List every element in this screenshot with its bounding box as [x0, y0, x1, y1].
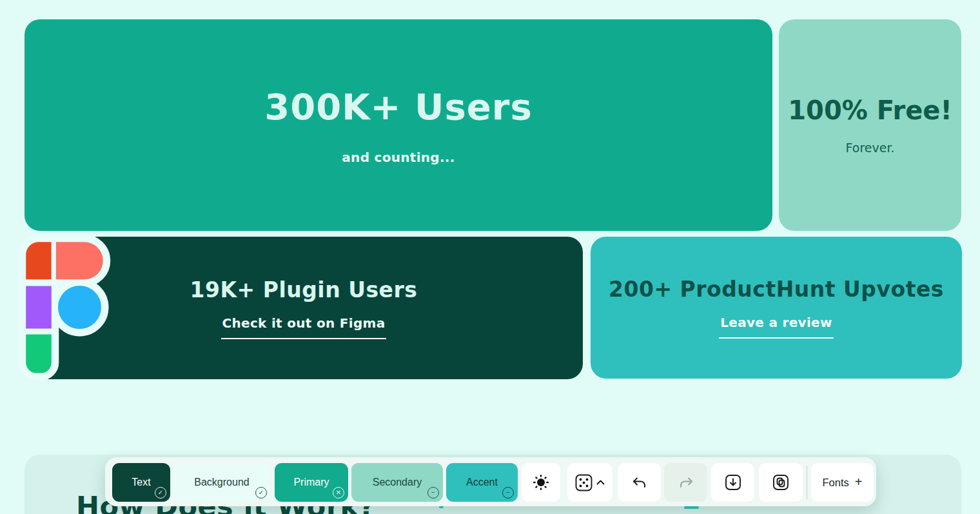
minus-circle-icon: − — [427, 487, 439, 499]
figma-purple-shape — [24, 284, 54, 331]
free-title: 100% Free! — [788, 95, 952, 125]
plus-icon: + — [855, 475, 863, 489]
background-color-button[interactable]: Background ✓ — [173, 463, 271, 502]
figma-orange-shape — [24, 240, 54, 282]
figma-green-shape — [24, 332, 54, 375]
chevron-up-icon — [596, 480, 605, 485]
undo-arrow-icon — [632, 477, 647, 488]
export-button[interactable] — [711, 463, 754, 502]
figma-logo-icon — [19, 233, 122, 386]
primary-color-label: Primary — [293, 477, 329, 488]
content-peek-dash — [684, 506, 699, 509]
redo-arrow-icon — [679, 477, 693, 488]
stat-card-free: 100% Free! Forever. — [779, 19, 961, 231]
undo-button[interactable] — [618, 463, 661, 502]
sun-icon — [533, 474, 549, 491]
figma-blue-circle — [56, 284, 104, 331]
stat-card-producthunt: 200+ ProductHunt Upvotes Leave a review — [591, 237, 962, 379]
copy-link-button[interactable] — [759, 463, 803, 502]
secondary-color-button[interactable]: Secondary − — [351, 463, 443, 502]
users-count-title: 300K+ Users — [264, 86, 532, 128]
figma-plugin-link[interactable]: Check it out on Figma — [221, 315, 387, 339]
background-color-label: Background — [194, 477, 249, 488]
fonts-label: Fonts — [823, 477, 849, 489]
accent-color-button[interactable]: Accent − — [446, 463, 518, 502]
figma-salmon-shape — [54, 240, 105, 282]
text-color-button[interactable]: Text ✓ — [112, 463, 170, 502]
redo-button[interactable] — [664, 463, 707, 502]
fonts-button[interactable]: Fonts + — [811, 463, 874, 502]
toolbar-divider — [807, 466, 807, 499]
x-circle-icon: ✕ — [333, 487, 344, 499]
minus-circle-icon: − — [502, 487, 514, 499]
leave-review-link[interactable]: Leave a review — [719, 315, 833, 339]
dice-icon — [575, 474, 593, 491]
users-count-subtitle: and counting... — [342, 150, 455, 165]
theme-brightness-button[interactable] — [522, 463, 560, 502]
randomize-colors-button[interactable] — [567, 463, 612, 502]
producthunt-title: 200+ ProductHunt Upvotes — [609, 277, 944, 302]
text-color-label: Text — [132, 477, 150, 488]
check-circle-icon: ✓ — [255, 487, 267, 499]
plugin-users-title: 19K+ Plugin Users — [190, 277, 418, 302]
download-icon — [725, 474, 741, 491]
copy-icon — [772, 474, 789, 491]
stat-card-users: 300K+ Users and counting... — [24, 19, 772, 231]
free-subtitle: Forever. — [846, 141, 895, 155]
realtime-colors-page: 300K+ Users and counting... 100% Free! F… — [0, 0, 980, 514]
check-circle-icon: ✓ — [155, 487, 166, 499]
primary-color-button[interactable]: Primary ✕ — [275, 463, 348, 502]
secondary-color-label: Secondary — [373, 477, 422, 488]
accent-color-label: Accent — [466, 477, 498, 488]
